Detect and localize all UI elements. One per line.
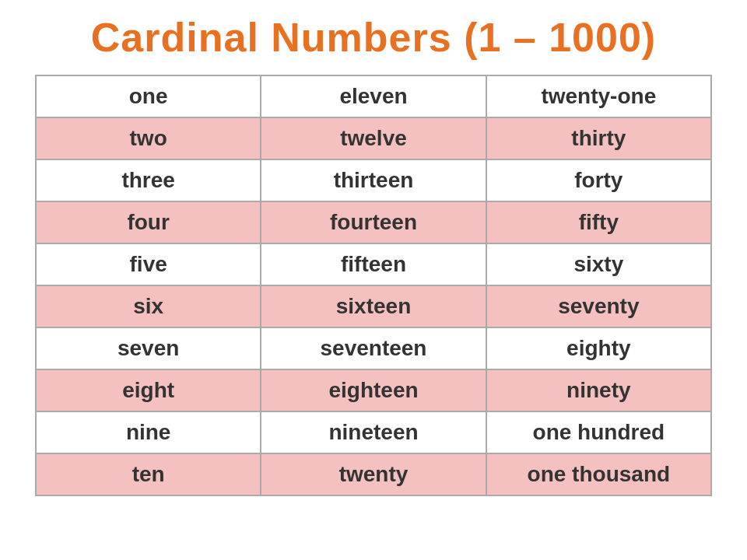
- cardinal-numbers-table: oneeleventwenty-onetwotwelvethirtythreet…: [35, 75, 712, 496]
- table-row: oneeleventwenty-one: [36, 75, 711, 117]
- table-row: threethirteenforty: [36, 159, 711, 201]
- table-row: tentwentyone thousand: [36, 453, 711, 495]
- table-row: eighteighteenninety: [36, 369, 711, 411]
- table-cell: six: [36, 285, 261, 327]
- table-cell: sixteen: [261, 285, 486, 327]
- table-cell: ten: [36, 453, 261, 495]
- table-cell: nine: [36, 411, 261, 453]
- table-cell: seventy: [486, 285, 711, 327]
- table-cell: seventeen: [261, 327, 486, 369]
- title-range: (1 – 1000): [464, 15, 656, 60]
- table-cell: eleven: [261, 75, 486, 117]
- table-cell: twenty: [261, 453, 486, 495]
- table-cell: three: [36, 159, 261, 201]
- table-cell: ninety: [486, 369, 711, 411]
- table-cell: four: [36, 201, 261, 243]
- table-cell: twenty-one: [486, 75, 711, 117]
- page-title: Cardinal Numbers (1 – 1000): [91, 14, 656, 61]
- table-row: sixsixteenseventy: [36, 285, 711, 327]
- table-cell: thirty: [486, 117, 711, 159]
- table-cell: thirteen: [261, 159, 486, 201]
- table-cell: sixty: [486, 243, 711, 285]
- table-cell: eighteen: [261, 369, 486, 411]
- table-row: ninenineteenone hundred: [36, 411, 711, 453]
- table-cell: nineteen: [261, 411, 486, 453]
- table-cell: fourteen: [261, 201, 486, 243]
- title-text: Cardinal Numbers: [91, 15, 464, 60]
- table-cell: one: [36, 75, 261, 117]
- table-row: fivefifteensixty: [36, 243, 711, 285]
- table-cell: forty: [486, 159, 711, 201]
- table-cell: eighty: [486, 327, 711, 369]
- table-cell: fifty: [486, 201, 711, 243]
- table-cell: seven: [36, 327, 261, 369]
- table-row: sevenseventeeneighty: [36, 327, 711, 369]
- table-cell: five: [36, 243, 261, 285]
- table-row: twotwelvethirty: [36, 117, 711, 159]
- table-cell: eight: [36, 369, 261, 411]
- table-cell: twelve: [261, 117, 486, 159]
- table-cell: fifteen: [261, 243, 486, 285]
- table-row: fourfourteenfifty: [36, 201, 711, 243]
- table-cell: two: [36, 117, 261, 159]
- table-cell: one hundred: [486, 411, 711, 453]
- table-cell: one thousand: [486, 453, 711, 495]
